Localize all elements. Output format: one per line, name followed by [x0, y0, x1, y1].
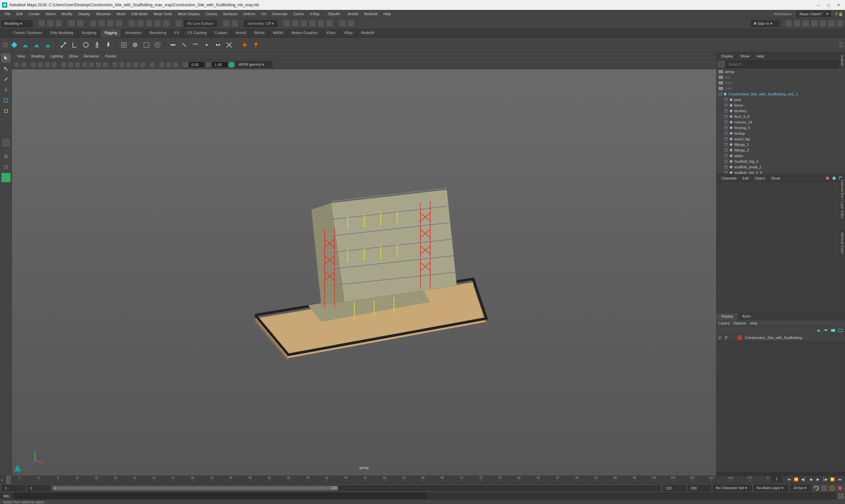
- outliner-root-node[interactable]: −Construction_Site_with_Scaffolding_ncl1…: [717, 91, 845, 97]
- panel-gate-mask-icon[interactable]: [82, 62, 88, 68]
- shelf-constraint2-icon[interactable]: [179, 40, 189, 50]
- expand-icon[interactable]: +: [724, 160, 728, 163]
- menu-arnold[interactable]: Arnold: [345, 11, 361, 17]
- panel-wireframe-icon[interactable]: [112, 62, 118, 68]
- layer-menu-layers[interactable]: Layers: [719, 321, 729, 325]
- expand-icon[interactable]: +: [724, 171, 728, 174]
- layer-menu-help[interactable]: Help: [750, 321, 757, 325]
- play-forward-button[interactable]: ▶: [815, 476, 821, 483]
- outliner-node-colunm_14[interactable]: +colunm_14: [717, 119, 845, 125]
- layer-icon-1[interactable]: [816, 328, 821, 333]
- outliner-node-stairs[interactable]: +stairs: [717, 153, 845, 158]
- outliner-node-pole[interactable]: +pole: [717, 97, 845, 102]
- shelf-constraint5-icon[interactable]: [213, 40, 223, 50]
- rotate-tool[interactable]: [1, 96, 11, 105]
- expand-icon[interactable]: −: [719, 92, 722, 96]
- expand-icon[interactable]: +: [724, 165, 728, 169]
- select-component-icon[interactable]: [115, 20, 123, 27]
- panel-exposure-value[interactable]: 0.00: [189, 62, 205, 67]
- channel-box-body[interactable]: [717, 182, 845, 313]
- cb-menu-edit[interactable]: Edit: [740, 175, 751, 181]
- make-live-icon[interactable]: [175, 20, 182, 27]
- expand-icon[interactable]: +: [724, 109, 728, 112]
- expand-icon[interactable]: +: [724, 104, 728, 107]
- menu-v-ray[interactable]: V-Ray: [307, 11, 322, 17]
- menu-mesh[interactable]: Mesh: [114, 11, 128, 17]
- shelf-tab-sculpting[interactable]: Sculpting: [77, 29, 101, 37]
- go-to-start-button[interactable]: ⏮: [786, 476, 792, 483]
- outliner-camera-side[interactable]: side: [717, 86, 845, 91]
- render-sequence-icon[interactable]: [309, 20, 316, 27]
- current-frame-field[interactable]: 1: [772, 476, 781, 482]
- expand-icon[interactable]: +: [724, 137, 728, 141]
- outliner-node-fittings_1[interactable]: +fittings_1: [717, 142, 845, 147]
- panel-textured-icon[interactable]: [126, 62, 132, 68]
- shelf-pose-icon[interactable]: [240, 40, 250, 50]
- menu-uv[interactable]: UV: [259, 11, 269, 17]
- shelf-icon-1[interactable]: [9, 40, 19, 50]
- layer-icon-4[interactable]: [838, 328, 843, 333]
- panel-menu-lighting[interactable]: Lighting: [48, 53, 66, 59]
- tool-settings-toggle-icon[interactable]: [828, 20, 835, 27]
- render-frame-icon[interactable]: [283, 20, 290, 27]
- snap-grid-icon[interactable]: [128, 20, 135, 27]
- outliner-menu-display[interactable]: Display: [718, 53, 736, 59]
- range-track[interactable]: 1 120: [52, 486, 661, 491]
- panel-menu-shading[interactable]: Shading: [29, 53, 47, 59]
- outliner-node-fence[interactable]: +fence: [717, 102, 845, 108]
- step-forward-key-button[interactable]: ⏩: [829, 476, 836, 483]
- shelf-cluster-icon[interactable]: [130, 40, 140, 50]
- menu-help[interactable]: Help: [381, 11, 393, 17]
- workspace-dropdown[interactable]: Maya Classic* ▾: [796, 11, 831, 17]
- range-start-field[interactable]: 1: [2, 485, 25, 491]
- workspace-reset-icon[interactable]: ↺: [835, 12, 838, 16]
- outliner-node-fencing_5[interactable]: +fencing_5: [717, 125, 845, 130]
- character-set-dropdown[interactable]: No Character Set ▾: [713, 485, 752, 491]
- last-tool[interactable]: [1, 138, 11, 147]
- menu-display[interactable]: Display: [76, 11, 93, 17]
- panel-xray-active-icon[interactable]: [173, 62, 179, 68]
- shelf-tab-mash[interactable]: MASH: [269, 29, 287, 37]
- shelf-constraint1-icon[interactable]: [168, 40, 178, 50]
- menu-surfaces[interactable]: Surfaces: [221, 11, 240, 17]
- menu-edit[interactable]: Edit: [14, 11, 25, 17]
- step-forward-button[interactable]: │▶: [822, 476, 828, 483]
- side-tab-attribute-editor[interactable]: Attribute Editor: [840, 230, 844, 256]
- shelf-skin-icon[interactable]: [81, 40, 91, 50]
- workspace-lock-icon[interactable]: 🔒: [839, 12, 843, 16]
- layer-visibility-cell[interactable]: V: [717, 334, 723, 341]
- panel-field-chart-icon[interactable]: [88, 62, 94, 68]
- shelf-icon-2[interactable]: [20, 40, 30, 50]
- snap-point-icon[interactable]: [145, 20, 153, 27]
- xgen-icon[interactable]: [802, 20, 809, 27]
- open-scene-icon[interactable]: [47, 20, 54, 27]
- range-end-field[interactable]: 200: [688, 485, 711, 491]
- menu-mesh-display[interactable]: Mesh Display: [175, 11, 203, 17]
- snap-curve-icon[interactable]: [137, 20, 144, 27]
- scale-tool[interactable]: [1, 106, 11, 115]
- shelf-joint-icon[interactable]: [58, 40, 68, 50]
- outliner-node-territory[interactable]: +territory: [717, 108, 845, 113]
- menu-generate[interactable]: Generate: [269, 11, 290, 17]
- shelf-tab-redshift[interactable]: Redshift: [357, 29, 379, 37]
- panel-grease-icon[interactable]: [51, 62, 57, 68]
- panel-exposure-icon[interactable]: [182, 62, 188, 68]
- shelf-tab-rendering[interactable]: Rendering: [146, 29, 171, 37]
- undo-icon[interactable]: [68, 20, 75, 27]
- cb-icon-2[interactable]: [832, 176, 837, 181]
- close-button[interactable]: ✕: [837, 3, 840, 7]
- script-editor-icon[interactable]: [838, 493, 844, 499]
- outliner-node-Scaffold_big_3[interactable]: +Scaffold_big_3: [717, 158, 845, 164]
- menu-cache[interactable]: Cache: [291, 11, 306, 17]
- shelf-tab-bifrost[interactable]: Bifrost: [250, 29, 269, 37]
- cb-menu-show[interactable]: Show: [769, 175, 783, 181]
- cb-menu-channels[interactable]: Channels: [719, 175, 739, 181]
- outliner-search-input[interactable]: [726, 60, 839, 68]
- shelf-tab-rigging[interactable]: Rigging: [101, 29, 121, 37]
- shelf-tab-animation[interactable]: Animation: [121, 29, 146, 37]
- layer-playback-cell[interactable]: P: [723, 334, 730, 341]
- shelf-tab-motion-graphics[interactable]: Motion Graphics: [287, 29, 322, 37]
- snap-live-icon[interactable]: [162, 20, 170, 27]
- loop-icon[interactable]: [813, 485, 819, 491]
- playblast-icon[interactable]: [326, 20, 333, 27]
